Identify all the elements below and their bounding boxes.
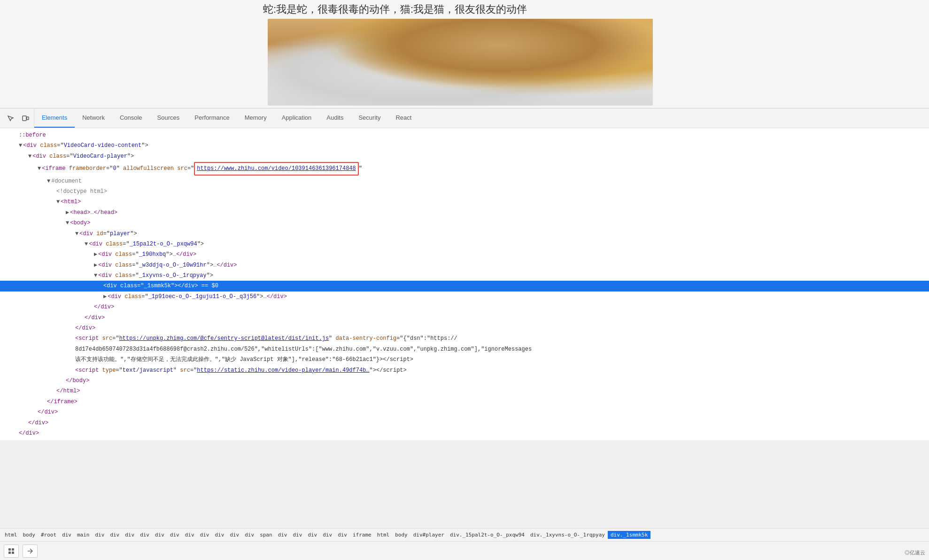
tree-line[interactable]: ▼ <div class="VideoCard-player"> xyxy=(0,151,929,161)
breadcrumb-html2[interactable]: html xyxy=(374,531,393,539)
breadcrumb-div5[interactable]: div xyxy=(137,531,152,539)
tree-line[interactable]: </div> xyxy=(0,418,929,428)
tree-line[interactable]: ▼ <div id="player"> xyxy=(0,229,929,239)
iframe-line[interactable]: ▼ <iframe frameborder="0" allowfullscree… xyxy=(0,161,929,176)
breadcrumb-div16[interactable]: div xyxy=(320,531,335,539)
page-text: 蛇:我是蛇，很毒很毒的动伴，猫:我是猫，很友很友的动伴 xyxy=(263,2,527,16)
page-area: 蛇:我是蛇，很毒很毒的动伴，猫:我是猫，很友很友的动伴 xyxy=(0,0,929,108)
script-sentry-line[interactable]: <script src="https://unpkg.zhimg.com/@cf… xyxy=(0,333,929,344)
breadcrumb-div15[interactable]: div xyxy=(305,531,320,539)
tree-line[interactable]: </body> xyxy=(0,376,929,386)
iframe-url-highlight: https://www.zhihu.com/video/103914636139… xyxy=(194,162,358,175)
inspect-icon[interactable] xyxy=(6,114,15,123)
tree-line[interactable]: ▶ <div class="_w3ddjq-o_O-_10w91hr">…</d… xyxy=(0,260,929,270)
breadcrumb-div4[interactable]: div xyxy=(122,531,137,539)
tree-line[interactable]: ::before xyxy=(0,130,929,140)
breadcrumb-div9[interactable]: div xyxy=(197,531,212,539)
breadcrumb-1smmk5k[interactable]: div._1smmk5k xyxy=(608,531,650,539)
tree-line[interactable]: </iframe> xyxy=(0,397,929,407)
breadcrumb-div14[interactable]: div xyxy=(290,531,305,539)
svg-rect-2 xyxy=(8,548,11,551)
tab-security[interactable]: Security xyxy=(351,108,388,128)
breadcrumb-div11[interactable]: div xyxy=(227,531,242,539)
breadcrumb-div13[interactable]: div xyxy=(275,531,290,539)
tree-line[interactable]: ▼ <div class="VideoCard-video-content"> xyxy=(0,140,929,151)
script-sentry-line-3[interactable]: 该不支持该功能。","存储空间不足，无法完成此操作。","缺少 JavaScri… xyxy=(0,354,929,365)
tree-line[interactable]: ▶ <div class="_190hxbq">…</div> xyxy=(0,249,929,260)
script-sentry-line-2[interactable]: 8d17e4db6507407283d31a4fb688698f@crash2.… xyxy=(0,344,929,354)
tab-performance[interactable]: Performance xyxy=(187,108,237,128)
devtools-toolbar: Elements Network Console Sources Perform… xyxy=(0,108,929,128)
breadcrumb-div1[interactable]: div xyxy=(59,531,74,539)
breadcrumb-div10[interactable]: div xyxy=(212,531,227,539)
tree-line[interactable]: ▼ #document xyxy=(0,176,929,186)
devtools-icon-group xyxy=(2,108,34,128)
breadcrumb-div7[interactable]: div xyxy=(167,531,182,539)
tab-react[interactable]: React xyxy=(388,108,419,128)
svg-rect-1 xyxy=(27,117,29,120)
tree-line[interactable]: </html> xyxy=(0,386,929,396)
tree-line[interactable]: </div> xyxy=(0,428,929,438)
breadcrumb-root[interactable]: #root xyxy=(38,531,59,539)
status-btn-left[interactable] xyxy=(4,545,19,558)
svg-rect-3 xyxy=(12,548,14,551)
tree-line[interactable]: </div> xyxy=(0,313,929,323)
watermark: ◎亿速云 xyxy=(905,549,925,556)
tree-line[interactable]: </div> xyxy=(0,302,929,312)
breadcrumb-div2[interactable]: div xyxy=(93,531,108,539)
tab-network[interactable]: Network xyxy=(75,108,112,128)
svg-rect-0 xyxy=(23,116,26,121)
breadcrumb-div12[interactable]: div xyxy=(242,531,257,539)
status-bar xyxy=(0,541,929,560)
breadcrumb-div8[interactable]: div xyxy=(182,531,197,539)
cat-image-inner xyxy=(268,19,653,106)
tab-console[interactable]: Console xyxy=(112,108,150,128)
tab-elements[interactable]: Elements xyxy=(34,108,75,128)
tab-application[interactable]: Application xyxy=(274,108,319,128)
breadcrumb-span[interactable]: span xyxy=(257,531,275,539)
status-btn-right[interactable] xyxy=(23,545,38,558)
html-tree: ::before ▼ <div class="VideoCard-video-c… xyxy=(0,128,929,440)
svg-rect-5 xyxy=(12,552,14,554)
tab-sources[interactable]: Sources xyxy=(150,108,187,128)
device-icon[interactable] xyxy=(21,114,30,123)
devtools-content: ::before ▼ <div class="VideoCard-video-c… xyxy=(0,128,929,440)
breadcrumb-body2[interactable]: body xyxy=(392,531,410,539)
breadcrumb-div6[interactable]: div xyxy=(152,531,167,539)
breadcrumb-div3[interactable]: div xyxy=(107,531,122,539)
devtools-tabs: Elements Network Console Sources Perform… xyxy=(34,108,927,128)
devtools-panel: Elements Network Console Sources Perform… xyxy=(0,108,929,440)
tab-memory[interactable]: Memory xyxy=(237,108,274,128)
tab-audits[interactable]: Audits xyxy=(319,108,351,128)
tree-line[interactable]: ▼ <div class="_1xyvns-o_O-_1rqpyay"> xyxy=(0,270,929,281)
breadcrumb-div17[interactable]: div xyxy=(335,531,350,539)
tree-line[interactable]: <!doctype html> xyxy=(0,186,929,197)
breadcrumb-body[interactable]: body xyxy=(20,531,39,539)
breadcrumb-1xyvns[interactable]: div._1xyvns-o_O-_1rqpyay xyxy=(527,531,608,539)
breadcrumb-iframe[interactable]: iframe xyxy=(350,531,374,539)
breadcrumb-main[interactable]: main xyxy=(74,531,93,539)
cat-image xyxy=(268,19,653,106)
svg-rect-4 xyxy=(8,552,11,554)
tree-line[interactable]: </div> xyxy=(0,407,929,417)
breadcrumb-bar: html body #root div main div div div div… xyxy=(0,528,929,541)
tree-line[interactable]: </div> xyxy=(0,323,929,333)
tree-line[interactable]: ▶ <div class="_1p91oec-o_O-_1guju11-o_O-… xyxy=(0,292,929,302)
breadcrumb-player[interactable]: div#player xyxy=(410,531,447,539)
script-player-line[interactable]: <script type="text/javascript" src="http… xyxy=(0,365,929,376)
breadcrumb-15pal2t[interactable]: div._15pal2t-o_O-_pxqw94 xyxy=(447,531,527,539)
tree-line[interactable]: ▼ <html> xyxy=(0,197,929,207)
breadcrumb-html[interactable]: html xyxy=(2,531,20,539)
tree-line[interactable]: ▼ <div class="_15pal2t-o_O-_pxqw94"> xyxy=(0,239,929,249)
selected-tree-line[interactable]: <div class="_1smmk5k"></div> == $0 xyxy=(0,281,929,291)
tree-line[interactable]: ▶ <head>…</head> xyxy=(0,207,929,218)
tree-line[interactable]: ▼ <body> xyxy=(0,218,929,228)
